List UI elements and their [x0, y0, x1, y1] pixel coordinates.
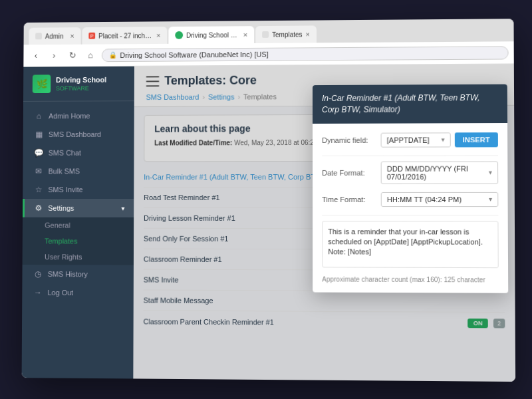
- sidebar-item-sms-invite[interactable]: ☆ SMS Invite: [23, 180, 134, 199]
- sidebar-item-sms-dashboard[interactable]: ▦ SMS Dashboard: [23, 125, 134, 144]
- time-format-control: HH:MM TT (04:24 PM) ▾: [381, 192, 499, 206]
- sidebar-item-log-out[interactable]: → Log Out: [22, 283, 134, 303]
- bulk-icon: ✉: [34, 167, 43, 176]
- date-format-chevron-icon: ▾: [489, 169, 492, 176]
- time-format-value: HH:MM TT (04:24 PM): [387, 196, 462, 203]
- back-button[interactable]: ‹: [29, 49, 43, 63]
- address-bar[interactable]: 🔒 Driving School Software (DanubeNet Inc…: [102, 46, 509, 62]
- time-format-label: Time Format:: [322, 196, 376, 203]
- insert-button[interactable]: INSERT: [454, 132, 497, 147]
- chat-icon: 💬: [34, 148, 43, 158]
- logo-sub: SOFTWARE: [56, 84, 106, 91]
- sidebar-nav: ⌂ Admin Home ▦ SMS Dashboard 💬 SMS Chat …: [22, 101, 134, 378]
- tab-close-templates[interactable]: ×: [306, 30, 310, 38]
- invite-icon: ☆: [34, 185, 43, 194]
- nav-label-log-out: Log Out: [48, 289, 74, 297]
- date-format-select[interactable]: DDD MM/DD/YYYY (FRI 07/01/2016) ▾: [381, 161, 499, 184]
- sidebar-item-general[interactable]: General: [23, 217, 134, 233]
- nav-label-sms-history: SMS History: [48, 270, 88, 278]
- sidebar-item-admin-home[interactable]: ⌂ Admin Home: [23, 106, 134, 125]
- browser-toolbar: ‹ › ↻ ⌂ 🔒 Driving School Software (Danub…: [23, 41, 513, 66]
- main-content: Templates: Core SMS Dashboard › Settings…: [133, 64, 515, 382]
- dynamic-field-row: Dynamic field: [APPTDATE] ▾ INSERT: [322, 132, 498, 148]
- dashboard-icon: ▦: [34, 130, 43, 139]
- sidebar: 🌿 Driving School SOFTWARE ⌂ Admin Home ▦…: [22, 66, 134, 379]
- tab-close-admin[interactable]: ×: [70, 32, 74, 40]
- nav-label-settings: Settings: [48, 204, 74, 212]
- dynamic-field-value: [APPTDATE]: [387, 136, 430, 144]
- tab-admin[interactable]: Admin ×: [29, 27, 80, 45]
- date-format-control: DDD MM/DD/YYYY (FRI 07/01/2016) ▾: [381, 161, 499, 184]
- nav-label-bulk-sms: Bulk SMS: [49, 167, 80, 175]
- date-format-label: Date Format:: [322, 168, 375, 176]
- modal-overlay[interactable]: In-Car Reminder #1 (Adult BTW, Teen BTW,…: [133, 64, 515, 382]
- dynamic-field-label: Dynamic field:: [322, 136, 375, 144]
- sidebar-item-sms-chat[interactable]: 💬 SMS Chat: [23, 144, 134, 162]
- app-container: 🌿 Driving School SOFTWARE ⌂ Admin Home ▦…: [22, 64, 516, 382]
- forward-button[interactable]: ›: [47, 48, 62, 63]
- dynamic-field-control: [APPTDATE] ▾ INSERT: [381, 132, 498, 148]
- message-body-textarea[interactable]: [322, 221, 499, 268]
- settings-chevron-icon: ▾: [121, 204, 124, 211]
- settings-icon: ⚙: [34, 203, 43, 213]
- dynamic-field-chevron-icon: ▾: [441, 136, 444, 143]
- browser-tabs: Admin × P Placeit - 27 inch iMac 20... ×…: [24, 19, 514, 45]
- home-icon: ⌂: [34, 112, 43, 121]
- char-count: Approximate character count (max 160): 1…: [322, 275, 499, 283]
- history-icon: ◷: [33, 269, 43, 279]
- tab-close-driving[interactable]: ×: [243, 31, 247, 39]
- sidebar-item-settings[interactable]: ⚙ Settings ▾: [23, 199, 134, 217]
- sidebar-item-bulk-sms[interactable]: ✉ Bulk SMS: [23, 162, 134, 180]
- sidebar-item-sms-history[interactable]: ◷ SMS History: [22, 265, 134, 283]
- nav-label-sms-invite: SMS Invite: [48, 186, 82, 194]
- tab-close-placeit[interactable]: ×: [156, 31, 160, 39]
- sidebar-item-templates[interactable]: Templates: [23, 233, 134, 249]
- sidebar-logo: 🌿 Driving School SOFTWARE: [23, 66, 134, 102]
- divider-2: [322, 215, 498, 215]
- logo-icon: 🌿: [33, 74, 51, 93]
- logo-text: Driving School: [56, 76, 106, 84]
- tab-templates[interactable]: Templates ×: [255, 25, 317, 43]
- refresh-button[interactable]: ↻: [65, 48, 80, 63]
- tab-driving-school[interactable]: Driving School Software ×: [168, 26, 254, 44]
- time-format-chevron-icon: ▾: [489, 196, 492, 203]
- browser-window: Admin × P Placeit - 27 inch iMac 20... ×…: [22, 19, 516, 382]
- divider-1: [322, 155, 498, 156]
- logout-icon: →: [33, 288, 43, 297]
- nav-label-admin-home: Admin Home: [49, 112, 90, 120]
- tab-placeit[interactable]: P Placeit - 27 inch iMac 20... ×: [82, 27, 168, 45]
- modal-dialog: In-Car Reminder #1 (Adult BTW, Teen BTW,…: [313, 84, 508, 293]
- home-button[interactable]: ⌂: [83, 48, 98, 63]
- address-text: Driving School Software (DanubeNet Inc) …: [120, 50, 268, 59]
- lock-icon: 🔒: [109, 51, 117, 59]
- sidebar-item-user-rights[interactable]: User Rights: [23, 249, 134, 265]
- nav-label-sms-dashboard: SMS Dashboard: [49, 130, 101, 138]
- modal-title: In-Car Reminder #1 (Adult BTW, Teen BTW,…: [322, 93, 480, 114]
- date-format-value: DDD MM/DD/YYYY (FRI 07/01/2016): [387, 164, 489, 180]
- time-format-row: Time Format: HH:MM TT (04:24 PM) ▾: [322, 192, 498, 206]
- date-format-row: Date Format: DDD MM/DD/YYYY (FRI 07/01/2…: [322, 161, 498, 184]
- dynamic-field-select[interactable]: [APPTDATE] ▾: [381, 132, 451, 147]
- settings-submenu: General Templates User Rights: [23, 217, 134, 265]
- nav-label-sms-chat: SMS Chat: [49, 149, 81, 157]
- modal-header: In-Car Reminder #1 (Adult BTW, Teen BTW,…: [313, 84, 507, 124]
- time-format-select[interactable]: HH:MM TT (04:24 PM) ▾: [381, 192, 499, 206]
- modal-body: Dynamic field: [APPTDATE] ▾ INSERT: [313, 123, 508, 293]
